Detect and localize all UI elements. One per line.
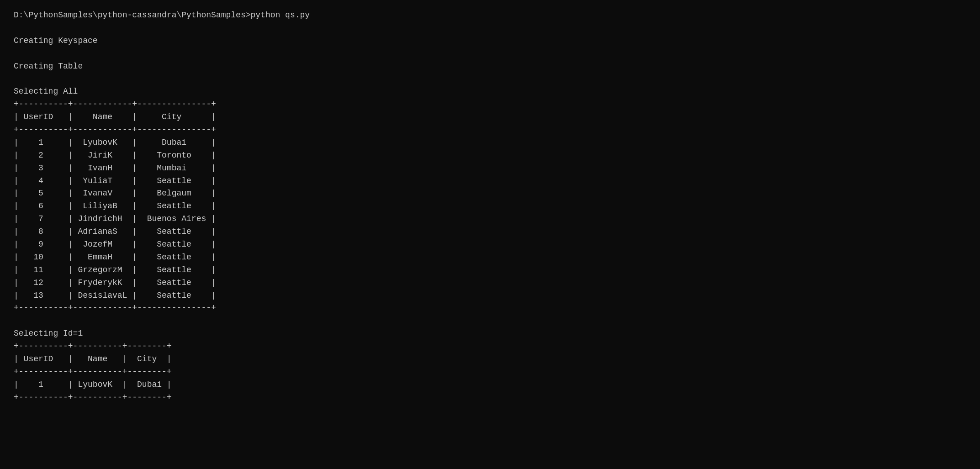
terminal-line: | 3 | IvanH | Mumbai |: [14, 162, 966, 175]
terminal-line: | 9 | JozefM | Seattle |: [14, 238, 966, 251]
terminal-line: | 1 | LyubovK | Dubai |: [14, 137, 966, 149]
terminal-line: | 11 | GrzegorzM | Seattle |: [14, 264, 966, 277]
terminal-line: +----------+----------+--------+: [14, 391, 966, 404]
terminal-line: | 2 | JiriK | Toronto |: [14, 149, 966, 162]
terminal-line: | 1 | LyubovK | Dubai |: [14, 379, 966, 391]
terminal-line: | 12 | FryderykK | Seattle |: [14, 277, 966, 290]
terminal-line: | UserID | Name | City |: [14, 111, 966, 124]
terminal-line: | 5 | IvanaV | Belgaum |: [14, 187, 966, 200]
terminal-line: +----------+------------+---------------…: [14, 98, 966, 111]
terminal-line: [14, 47, 966, 60]
terminal-line: | 6 | LiliyaB | Seattle |: [14, 200, 966, 213]
terminal-line: +----------+------------+---------------…: [14, 124, 966, 137]
terminal-line: Creating Keyspace: [14, 35, 966, 47]
terminal-line: Selecting All: [14, 85, 966, 98]
terminal-line: | 13 | DesislavaL | Seattle |: [14, 290, 966, 302]
terminal-line: | 7 | JindrichH | Buenos Aires |: [14, 213, 966, 226]
terminal-output: Creating Keyspace Creating Table Selecti…: [14, 22, 966, 404]
terminal-line: | 10 | EmmaH | Seattle |: [14, 251, 966, 264]
terminal-line: | 8 | AdrianaS | Seattle |: [14, 226, 966, 238]
terminal-line: [14, 73, 966, 85]
command-line: D:\PythonSamples\python-cassandra\Python…: [14, 9, 966, 22]
terminal-line: Creating Table: [14, 60, 966, 73]
terminal-line: | UserID | Name | City |: [14, 353, 966, 366]
terminal-line: | 4 | YuliaT | Seattle |: [14, 175, 966, 188]
terminal-line: +----------+----------+--------+: [14, 366, 966, 379]
terminal-line: Selecting Id=1: [14, 327, 966, 340]
terminal-line: +----------+------------+---------------…: [14, 302, 966, 315]
terminal-window: D:\PythonSamples\python-cassandra\Python…: [14, 9, 966, 22]
terminal-line: +----------+----------+--------+: [14, 340, 966, 353]
terminal-line: [14, 315, 966, 327]
terminal-line: [14, 22, 966, 35]
